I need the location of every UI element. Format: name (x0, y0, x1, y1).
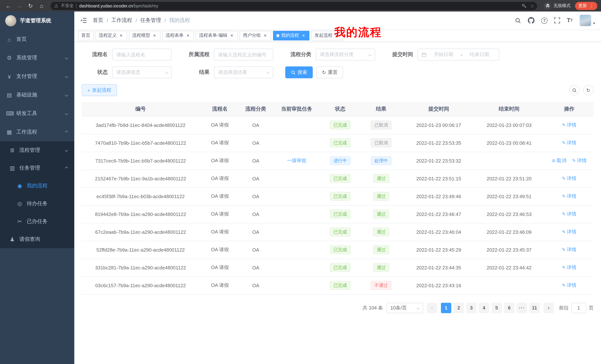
address-bar[interactable]: ⚠ 不安全 dashboard.yudao.iocoder.cn/bpm/tas… (50, 2, 537, 10)
table-row[interactable]: 7317cec6-7b9b-11ec-b5b7-acde48001122 OA … (82, 152, 594, 170)
tab-close-icon[interactable]: × (229, 33, 234, 38)
sidebar-menu-item[interactable]: ◉ 我的流程 (0, 177, 74, 195)
menu-item-icon: ▥ (9, 165, 16, 172)
sidebar-menu-item[interactable]: ⌨ 研发工具 (0, 104, 74, 123)
task-link[interactable]: 一级审批 (287, 158, 306, 163)
page-number-button[interactable]: 5 (491, 303, 502, 313)
table-row[interactable]: 331bc281-7b9a-11ec-a290-acde48001122 OA … (82, 259, 594, 277)
page-number-button[interactable]: 1 (441, 303, 451, 313)
tab[interactable]: 流程定义 × (95, 31, 127, 40)
browser-forward-icon[interactable]: → (15, 1, 24, 10)
security-label[interactable]: 不安全 (61, 3, 74, 9)
page-size-select[interactable]: 10条/页 (387, 303, 423, 313)
category-select[interactable]: 请选择流程分类 (316, 49, 375, 60)
avatar[interactable] (580, 14, 591, 26)
tab[interactable]: 发起流程 × (311, 31, 343, 40)
breadcrumb-link[interactable]: 首页 (93, 17, 103, 24)
password-key-icon[interactable] (521, 3, 527, 8)
tab[interactable]: 我的流程 × (273, 31, 310, 40)
user-menu[interactable]: ▾ (580, 14, 595, 26)
detail-link[interactable]: ✎详情 (562, 122, 576, 128)
detail-link[interactable]: ✎详情 (562, 140, 576, 145)
breadcrumb-link[interactable]: 工作流程 (111, 17, 132, 24)
sidebar-menu-item[interactable]: ♟ 请假查询 (0, 230, 74, 248)
table-row[interactable]: 3ad174fb-7b9d-11ec-8404-acde48001122 OA … (82, 116, 594, 134)
sidebar-menu-item[interactable]: ▤ 基础设施 (0, 86, 74, 104)
browser-update-button[interactable]: 更新 ⋮ (575, 2, 597, 10)
table-row[interactable]: 03c6c157-7b9a-11ec-a290-acde48001122 OA … (82, 277, 594, 294)
page-number-button[interactable]: 3 (466, 303, 477, 313)
detail-link[interactable]: ✎详情 (562, 282, 576, 288)
browser-home-icon[interactable]: ⌂ (37, 1, 46, 10)
page-number-button[interactable]: 2 (453, 303, 464, 313)
table-row[interactable]: ec45f38f-7b9a-11ec-b03b-acde48001122 OA … (82, 187, 594, 205)
sidebar-menu-item[interactable]: ▥ 任务管理 (0, 159, 74, 177)
app-logo[interactable]: 芋道管理系统 (0, 11, 74, 30)
tab-close-icon[interactable]: × (334, 33, 340, 38)
sidebar-toggle-icon[interactable] (80, 18, 87, 23)
search-icon[interactable] (515, 17, 521, 24)
status-select[interactable]: 请选择状态 (112, 67, 172, 78)
font-size-icon[interactable]: TT (567, 18, 573, 23)
detail-link[interactable]: ✎详情 (562, 229, 576, 234)
cancel-link[interactable]: ⊘取消 (552, 158, 566, 163)
tab[interactable]: 用户分组 × (240, 31, 271, 40)
app-title: 芋道管理系统 (20, 18, 51, 24)
sidebar-menu-item[interactable]: ¥ 支付管理 (0, 67, 74, 86)
tab-close-icon[interactable]: × (152, 33, 157, 38)
sidebar-menu-item[interactable]: ⚙ 系统管理 (0, 49, 74, 67)
create-process-button[interactable]: + 发起流程 (82, 84, 117, 96)
page-number-button[interactable]: 6 (504, 303, 514, 313)
tab[interactable]: 流程模型 × (129, 31, 160, 40)
table-row[interactable]: 819442e8-7b9a-11ec-a290-acde48001122 OA … (82, 205, 594, 223)
prev-page-button[interactable]: ‹ (427, 303, 437, 313)
sidebar-menu-item[interactable]: ◎ 待办任务 (0, 195, 74, 213)
browser-back-icon[interactable]: ← (4, 1, 13, 10)
tab-close-icon[interactable]: × (119, 33, 124, 38)
table-row[interactable]: 67c2eaab-7b9a-11ec-a290-acde48001122 OA … (82, 223, 594, 241)
page-number-button[interactable]: 4 (479, 303, 489, 313)
table-row[interactable]: 2152467e-7b9b-11ec-9a1b-acde48001122 OA … (82, 170, 594, 187)
help-icon[interactable]: ? (541, 17, 548, 24)
menu-item-label: 请假查询 (19, 236, 40, 243)
breadcrumb-link[interactable]: 任务管理 (140, 17, 161, 24)
cell-process-name: OA 请假 (200, 259, 240, 277)
goto-page-input[interactable] (571, 303, 586, 313)
toggle-search-button[interactable] (569, 85, 580, 95)
submit-time-range-picker[interactable]: 开始日期 - 结束日期 (418, 49, 499, 60)
tab-close-icon[interactable]: × (263, 33, 268, 38)
browser-reload-icon[interactable]: ↻ (26, 1, 35, 10)
tab[interactable]: 流程表单-编辑 × (196, 31, 238, 40)
fullscreen-icon[interactable] (554, 18, 560, 23)
refresh-table-button[interactable]: ↻ (583, 85, 594, 95)
sidebar-menu-item[interactable]: ✂ 已办任务 (0, 213, 74, 230)
reset-button[interactable]: ↻ 重置 (316, 67, 343, 78)
table-row[interactable]: 52ffd28e-7b9a-11ec-a290-acde48001122 OA … (82, 241, 594, 259)
sidebar-menu-item[interactable]: ⌂ 首页 (0, 30, 74, 49)
detail-link[interactable]: ✎详情 (562, 211, 576, 217)
tab[interactable]: 流程表单 × (162, 31, 194, 40)
bookmark-star-icon[interactable]: ☆ (530, 3, 534, 8)
process-definition-input[interactable] (214, 49, 273, 60)
result-select[interactable]: 请选择流结果 (214, 67, 273, 78)
page-number-button[interactable]: ··· (517, 303, 527, 313)
search-button[interactable]: 搜索 (285, 67, 313, 78)
detail-link[interactable]: ✎详情 (562, 265, 576, 270)
browser-menu-kebab-icon[interactable]: ⋮ (590, 3, 594, 8)
breadcrumb-link[interactable]: 我的流程 (169, 17, 190, 24)
sidebar-menu-item[interactable]: ▦ 工作流程 (0, 123, 74, 141)
page-number-button[interactable]: 11 (529, 303, 540, 313)
github-icon[interactable] (528, 17, 534, 24)
menu-item-label: 待办任务 (27, 200, 48, 207)
process-name-input[interactable] (112, 49, 172, 60)
detail-link[interactable]: ✎详情 (562, 175, 576, 181)
detail-link[interactable]: ✎详情 (562, 193, 576, 199)
table-row[interactable]: 7470a810-7b9b-11ec-b5b7-acde48001122 OA … (82, 134, 594, 152)
next-page-button[interactable]: › (543, 303, 554, 313)
tab-close-icon[interactable]: × (301, 33, 306, 38)
sidebar-menu-item[interactable]: ≣ 流程管理 (0, 141, 74, 159)
tab-close-icon[interactable]: × (185, 33, 190, 38)
detail-link[interactable]: ✎详情 (572, 158, 587, 163)
detail-link[interactable]: ✎详情 (562, 247, 576, 252)
tab[interactable]: 首页 (78, 31, 94, 40)
